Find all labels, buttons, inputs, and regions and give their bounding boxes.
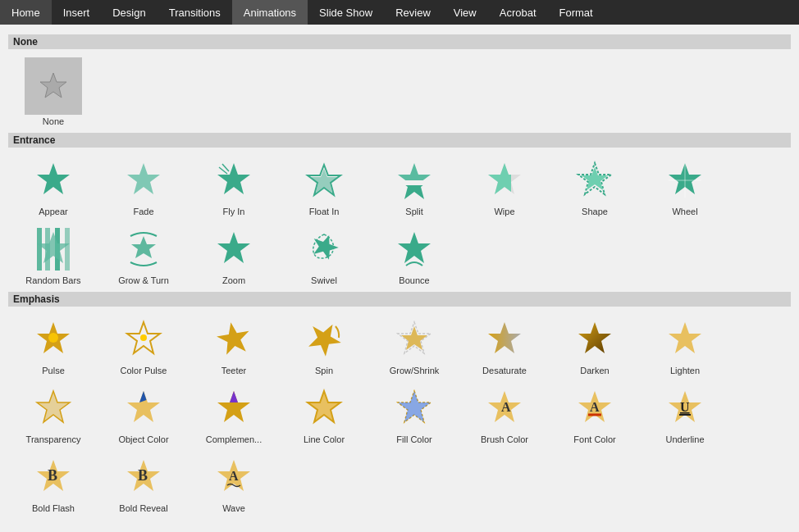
anim-underline[interactable]: U Underline	[640, 379, 730, 448]
growturn-icon	[119, 225, 168, 274]
split-icon	[390, 156, 439, 205]
anim-complementary[interactable]: Complemen...	[189, 379, 279, 448]
menubar: Home Insert Design Transitions Animation…	[0, 0, 799, 25]
svg-text:A: A	[590, 400, 600, 414]
svg-text:B: B	[48, 467, 57, 484]
menu-design[interactable]: Design	[101, 0, 157, 25]
floatin-label: Float In	[309, 207, 340, 216]
anim-wipe[interactable]: Wipe	[459, 151, 550, 220]
menu-view[interactable]: View	[442, 0, 488, 25]
randombars-label: Random Bars	[25, 275, 80, 285]
anim-darken[interactable]: Darken	[550, 310, 640, 379]
anim-colorpulse[interactable]: Color Pulse	[98, 310, 189, 379]
anim-lighten[interactable]: Lighten	[640, 310, 730, 379]
anim-bounce[interactable]: Bounce	[369, 220, 459, 289]
svg-text:U: U	[680, 400, 690, 414]
anim-wave[interactable]: A Wave	[189, 448, 279, 516]
section-emphasis-header: Emphasis	[8, 292, 791, 307]
anim-swivel[interactable]: Swivel	[279, 220, 369, 289]
objectcolor-icon	[119, 384, 168, 433]
fade-label: Fade	[133, 207, 153, 216]
boldflash-label: Bold Flash	[32, 503, 75, 513]
svg-marker-36	[303, 318, 345, 360]
wipe-icon	[480, 156, 529, 205]
flyin-label: Fly In	[223, 207, 245, 216]
menu-review[interactable]: Review	[384, 0, 442, 25]
wave-label: Wave	[222, 503, 245, 513]
svg-marker-41	[669, 322, 701, 353]
anim-growturn[interactable]: Grow & Turn	[98, 220, 189, 289]
spin-label: Spin	[315, 366, 333, 375]
pulse-icon	[29, 315, 78, 364]
anim-fontcolor[interactable]: A Font Color	[550, 379, 640, 448]
none-icon	[25, 57, 82, 115]
anim-zoom[interactable]: Zoom	[189, 220, 279, 289]
brushcolor-label: Brush Color	[481, 434, 528, 444]
swivel-label: Swivel	[311, 275, 337, 285]
anim-wheel[interactable]: Wheel	[640, 151, 730, 220]
menu-animations[interactable]: Animations	[232, 0, 308, 25]
teeter-icon	[209, 315, 258, 364]
underline-label: Underline	[665, 434, 704, 444]
svg-text:A: A	[501, 400, 511, 414]
svg-marker-39	[488, 322, 521, 353]
menu-slideshow[interactable]: Slide Show	[308, 0, 384, 25]
pulse-label: Pulse	[42, 366, 65, 375]
anim-shape[interactable]: Shape	[550, 151, 640, 220]
section-none-header: None	[8, 34, 791, 49]
appear-label: Appear	[39, 207, 67, 216]
svg-rect-24	[65, 228, 70, 271]
complementary-label: Complemen...	[206, 434, 262, 444]
anim-fade[interactable]: Fade	[98, 151, 189, 220]
anim-boldflash[interactable]: B Bold Flash	[8, 448, 98, 516]
boldreveal-icon: B	[119, 452, 168, 502]
wave-icon: A	[209, 452, 258, 502]
anim-growshrink[interactable]: Grow/Shrink	[369, 310, 459, 379]
anim-objectcolor[interactable]: Object Color	[98, 379, 189, 448]
menu-home[interactable]: Home	[0, 0, 52, 25]
anim-flyin[interactable]: Fly In	[189, 151, 279, 220]
underline-icon: U	[660, 384, 710, 433]
anim-fillcolor[interactable]: Fill Color	[369, 379, 459, 448]
anim-spin[interactable]: Spin	[279, 310, 369, 379]
colorpulse-label: Color Pulse	[121, 366, 167, 375]
menu-transitions[interactable]: Transitions	[158, 0, 232, 25]
floatin-icon	[299, 156, 349, 205]
growshrink-label: Grow/Shrink	[390, 366, 440, 375]
shape-icon	[570, 156, 619, 205]
svg-text:A: A	[229, 469, 239, 483]
menu-format[interactable]: Format	[548, 0, 605, 25]
anim-linecolor[interactable]: Line Color	[279, 379, 369, 448]
desaturate-label: Desaturate	[482, 366, 527, 375]
svg-point-32	[48, 333, 58, 343]
appear-icon	[29, 156, 78, 205]
anim-appear[interactable]: Appear	[8, 151, 98, 220]
anim-transparency[interactable]: Transparency	[8, 379, 98, 448]
menu-insert[interactable]: Insert	[52, 0, 102, 25]
anim-floatin[interactable]: Float In	[279, 151, 369, 220]
anim-none[interactable]: None	[8, 52, 98, 130]
anim-randombars[interactable]: Random Bars	[8, 220, 98, 289]
anim-brushcolor[interactable]: A Brush Color	[459, 379, 550, 448]
shape-label: Shape	[582, 207, 608, 216]
section-entrance-header: Entrance	[8, 133, 791, 148]
svg-marker-48	[308, 391, 340, 422]
anim-desaturate[interactable]: Desaturate	[459, 310, 550, 379]
entrance-grid: Appear Fade Fly In	[8, 151, 791, 289]
svg-marker-28	[217, 232, 250, 263]
menu-acrobat[interactable]: Acrobat	[488, 0, 548, 25]
anim-teeter[interactable]: Teeter	[189, 310, 279, 379]
anim-boldreveal[interactable]: B Bold Reveal	[98, 448, 189, 516]
anim-split[interactable]: Split	[369, 151, 459, 220]
teeter-label: Teeter	[221, 366, 247, 375]
zoom-label: Zoom	[222, 275, 245, 285]
svg-text:B: B	[138, 467, 148, 484]
svg-marker-2	[127, 163, 160, 194]
darken-label: Darken	[580, 366, 609, 375]
fillcolor-icon	[390, 384, 439, 433]
none-section: None	[8, 52, 791, 130]
svg-marker-47	[230, 391, 238, 402]
emphasis-grid: Pulse Color Pulse Teeter	[8, 310, 791, 516]
anim-pulse[interactable]: Pulse	[8, 310, 98, 379]
flyin-icon	[209, 156, 258, 205]
